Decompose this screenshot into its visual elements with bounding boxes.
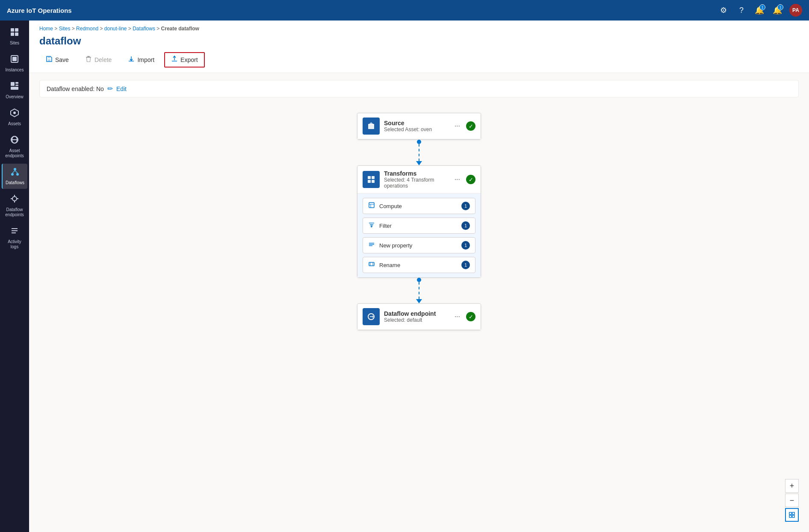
svg-rect-36 [372,180,375,183]
svg-rect-47 [789,512,791,514]
connector-dot-1 [417,140,421,144]
content-area: Home > Sites > Redmond > donut-line > Da… [29,21,809,532]
zoom-in-button[interactable]: + [785,479,799,493]
top-nav-icons: ⚙ ? 🔔 1 🔔 1 PA [717,4,802,17]
breadcrumb-home[interactable]: Home [39,26,53,32]
connector-dot-2 [417,278,421,282]
instances-icon [10,54,19,66]
sidebar-label-instances: Instances [6,68,24,73]
breadcrumb: Home > Sites > Redmond > donut-line > Da… [29,21,809,33]
import-button[interactable]: Import [121,52,161,68]
svg-point-11 [13,112,16,114]
svg-rect-5 [12,57,17,61]
notification-icon-2[interactable]: 🔔 1 [771,4,783,16]
svg-rect-50 [792,515,794,517]
sidebar-item-asset-endpoints[interactable]: Asset endpoints [2,132,27,162]
notification-badge-2: 1 [777,4,783,10]
svg-marker-32 [368,122,374,125]
endpoint-title-area: Dataflow endpoint Selected: default [384,310,449,323]
rename-op[interactable]: Rename 1 [363,257,475,273]
transforms-more-menu[interactable]: ··· [453,175,462,184]
source-check: ✓ [466,121,475,131]
sidebar-label-sites: Sites [10,41,19,46]
sidebar-label-asset-endpoints: Asset endpoints [3,148,26,159]
svg-point-14 [14,168,16,170]
rename-label: Rename [379,262,457,268]
zoom-out-button[interactable]: − [785,494,799,507]
notification-badge-1: 1 [759,4,765,10]
new-property-op[interactable]: New property 1 [363,237,475,253]
sidebar-item-assets[interactable]: Assets [2,105,27,130]
settings-icon[interactable]: ⚙ [717,4,729,16]
source-more-menu[interactable]: ··· [453,121,462,131]
sidebar-label-assets: Assets [8,121,21,126]
page-title: dataflow [29,33,809,52]
svg-line-17 [12,170,15,173]
svg-rect-35 [368,180,371,183]
notification-icon-1[interactable]: 🔔 1 [753,4,765,16]
svg-rect-37 [369,203,374,208]
svg-rect-43 [369,262,374,266]
sidebar-label-dataflow-endpoints: Dataflow endpoints [3,207,26,218]
svg-point-15 [11,173,14,176]
new-property-label: New property [379,242,457,249]
main-layout: Sites Instances Overview Assets Asset en… [0,21,809,532]
rename-icon [368,261,375,269]
avatar[interactable]: PA [789,4,802,17]
breadcrumb-dataflows[interactable]: Dataflows [133,26,155,32]
transforms-node-header: Transforms Selected: 4 Transform operati… [357,166,481,194]
transforms-node-icon [363,171,380,188]
asset-endpoints-icon [10,135,19,147]
breadcrumb-donut-line[interactable]: donut-line [104,26,127,32]
help-icon[interactable]: ? [735,4,747,16]
rename-badge: 1 [461,261,470,269]
app-title: Azure IoT Operations [7,7,712,14]
source-node[interactable]: Source Selected Asset: oven ··· ✓ [357,113,481,140]
filter-op[interactable]: Filter 1 [363,218,475,234]
svg-rect-7 [15,82,18,84]
breadcrumb-sep-1: > [54,26,59,32]
svg-rect-29 [87,56,90,57]
svg-rect-34 [372,176,375,179]
transforms-node[interactable]: Transforms Selected: 4 Transform operati… [357,165,481,278]
svg-rect-33 [368,176,371,179]
endpoint-node-subtitle: Selected: default [384,317,449,323]
compute-op[interactable]: Compute 1 [363,198,475,214]
sidebar-item-dataflows[interactable]: Dataflows [2,164,27,189]
source-node-header: Source Selected Asset: oven ··· ✓ [357,113,481,139]
sidebar-item-dataflow-endpoints[interactable]: Dataflow endpoints [2,191,27,221]
svg-line-18 [15,170,18,173]
sidebar-item-instances[interactable]: Instances [2,51,27,76]
export-button[interactable]: Export [164,52,204,68]
dataflows-icon [10,167,20,179]
transforms-check: ✓ [466,175,475,184]
svg-rect-8 [15,85,18,86]
zoom-fit-button[interactable] [785,508,799,522]
delete-label: Delete [94,56,112,63]
sidebar-label-activity-logs: Activity logs [3,239,26,250]
compute-label: Compute [379,203,457,209]
sidebar-item-overview[interactable]: Overview [2,78,27,103]
sidebar-item-activity-logs[interactable]: Activity logs [2,223,27,253]
edit-icon: ✏ [107,85,113,93]
svg-rect-48 [792,512,794,514]
zoom-controls: + − [785,479,799,522]
source-node-icon [363,118,380,135]
edit-label[interactable]: Edit [116,85,127,92]
endpoint-more-menu[interactable]: ··· [453,312,462,321]
breadcrumb-redmond[interactable]: Redmond [76,26,98,32]
connector-1 [416,140,422,165]
connector-2 [416,278,422,303]
dataflow-endpoints-icon [10,194,19,206]
new-property-badge: 1 [461,241,470,250]
save-button[interactable]: Save [39,52,75,68]
sites-icon [10,27,19,39]
breadcrumb-sep-2: > [72,26,76,32]
svg-rect-0 [11,28,14,32]
endpoint-node[interactable]: Dataflow endpoint Selected: default ··· … [357,303,481,330]
sidebar-item-sites[interactable]: Sites [2,24,27,49]
sidebar: Sites Instances Overview Assets Asset en… [0,21,29,532]
delete-button[interactable]: Delete [79,52,118,68]
breadcrumb-sites[interactable]: Sites [59,26,71,32]
sidebar-label-dataflows: Dataflows [6,180,24,185]
